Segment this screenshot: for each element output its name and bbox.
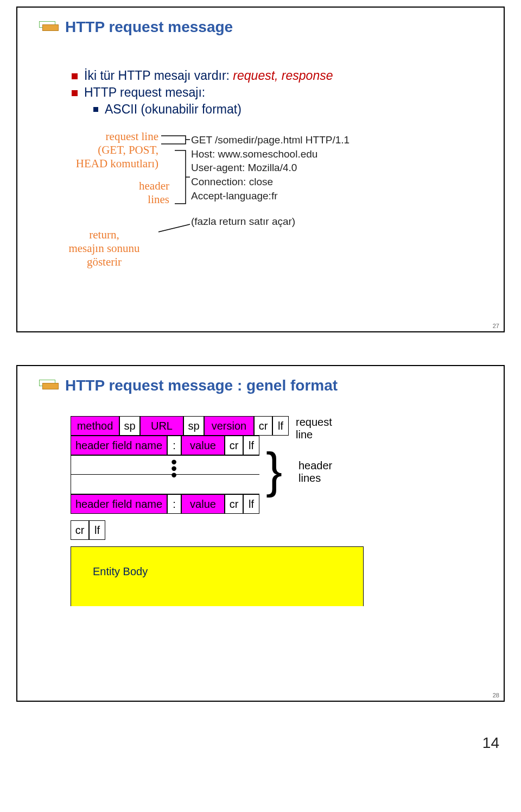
slide-title: HTTP request message : genel format xyxy=(65,377,338,394)
slide-2: HTTP request message : genel format meth… xyxy=(16,365,505,702)
label-request-line: request line xyxy=(296,416,339,441)
box-open xyxy=(71,455,259,475)
text-emph: request, response xyxy=(233,68,333,83)
box-cr: cr xyxy=(225,494,243,514)
page-footer-number: 14 xyxy=(0,734,499,752)
box-version: version xyxy=(204,416,254,436)
annot-header-lines: header lines xyxy=(120,179,169,206)
box-lf: lf xyxy=(243,436,259,455)
brace-icon: } xyxy=(266,449,282,492)
bullet-1: İki tür HTTP mesajı vardır: request, res… xyxy=(72,68,493,83)
box-cr: cr xyxy=(71,520,89,540)
box-value: value xyxy=(181,436,225,455)
bullet-text: HTTP request mesajı: xyxy=(84,85,205,100)
format-diagram: method sp URL sp version cr lf request l… xyxy=(71,416,450,644)
box-entity-body: Entity Body xyxy=(71,546,364,606)
msg-line: GET /somedir/page.html HTTP/1.1 xyxy=(191,133,350,147)
box-cr: cr xyxy=(254,416,272,436)
box-colon: : xyxy=(167,494,181,514)
text: return, xyxy=(50,228,158,242)
title-icon xyxy=(39,19,59,35)
box-lf: lf xyxy=(243,494,259,514)
slide-page-number: 28 xyxy=(493,692,499,698)
box-sp: sp xyxy=(119,416,140,436)
title-row: HTTP request message : genel format xyxy=(39,377,493,394)
text: İki tür HTTP mesajı vardır: xyxy=(84,68,233,83)
svg-line-2 xyxy=(158,224,190,232)
annot-return: return, mesajın sonunu gösterir xyxy=(50,228,158,269)
title-icon xyxy=(39,377,59,394)
msg-line: Connection: close xyxy=(191,175,350,189)
box-cr: cr xyxy=(225,436,243,455)
box-header-field: header field name xyxy=(71,436,167,455)
text: gösterir xyxy=(50,255,158,269)
bullet-2: HTTP request mesajı: xyxy=(72,85,493,100)
box-open xyxy=(71,475,259,494)
annot-request-line: request line (GET, POST, HEAD komutları) xyxy=(50,130,158,171)
bullet-text: İki tür HTTP mesajı vardır: request, res… xyxy=(84,68,333,83)
msg-line: User-agent: Mozilla/4.0 xyxy=(191,161,350,175)
title-row: HTTP request message xyxy=(39,18,493,36)
msg-line: Host: www.someschool.edu xyxy=(191,147,350,161)
slide-1: HTTP request message İki tür HTTP mesajı… xyxy=(16,7,505,332)
box-header-field: header field name xyxy=(71,494,167,514)
http-message: GET /somedir/page.html HTTP/1.1 Host: ww… xyxy=(191,133,350,229)
text: header xyxy=(120,179,169,193)
text: HEAD komutları) xyxy=(50,157,158,171)
bullet-icon xyxy=(72,90,78,96)
text: header lines xyxy=(298,459,342,484)
bullet-text: ASCII (okunabilir format) xyxy=(105,102,242,117)
bullet-icon xyxy=(93,107,98,112)
box-method: method xyxy=(71,416,119,436)
label-header-lines: header lines xyxy=(298,459,342,484)
ellipsis-dots: ••• xyxy=(171,458,177,478)
bullet-3: ASCII (okunabilir format) xyxy=(93,102,493,117)
box-url: URL xyxy=(140,416,183,436)
msg-line: Accept-language:fr xyxy=(191,189,350,203)
slide-title: HTTP request message xyxy=(65,18,233,36)
box-lf: lf xyxy=(89,520,105,540)
slide-page-number: 27 xyxy=(493,323,499,329)
box-sp: sp xyxy=(183,416,204,436)
text: request line xyxy=(50,130,158,143)
bullet-icon xyxy=(72,73,78,79)
text: mesajın sonunu xyxy=(50,242,158,255)
box-value: value xyxy=(181,494,225,514)
annotation-area: request line (GET, POST, HEAD komutları)… xyxy=(50,133,493,274)
box-lf: lf xyxy=(272,416,289,436)
msg-line: (fazla return satır açar) xyxy=(191,215,350,229)
text: (GET, POST, xyxy=(50,143,158,157)
text: request line xyxy=(296,416,339,441)
body-list: İki tür HTTP mesajı vardır: request, res… xyxy=(72,68,493,117)
text: lines xyxy=(120,193,169,206)
